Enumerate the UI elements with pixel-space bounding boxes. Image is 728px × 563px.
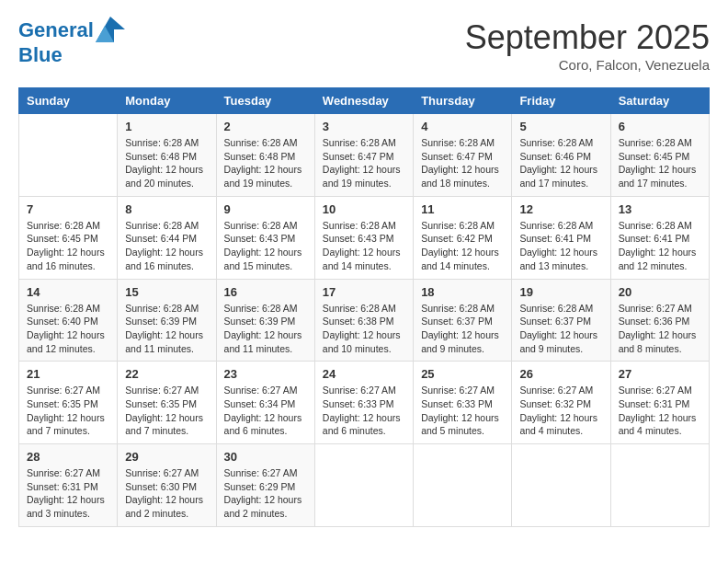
calendar-cell: 27Sunrise: 6:27 AM Sunset: 6:31 PM Dayli… — [610, 362, 709, 444]
calendar-cell: 19Sunrise: 6:28 AM Sunset: 6:37 PM Dayli… — [512, 279, 610, 362]
calendar-cell — [610, 444, 709, 527]
cell-info: Sunrise: 6:27 AM Sunset: 6:29 PM Dayligh… — [224, 466, 307, 521]
cell-info: Sunrise: 6:28 AM Sunset: 6:48 PM Dayligh… — [125, 136, 208, 190]
day-number: 3 — [323, 120, 405, 133]
day-number: 23 — [224, 367, 307, 381]
calendar-cell: 8Sunrise: 6:28 AM Sunset: 6:44 PM Daylig… — [118, 196, 216, 279]
calendar-cell: 14Sunrise: 6:28 AM Sunset: 6:40 PM Dayli… — [19, 279, 118, 362]
page-header: General Blue September 2025 Coro, Falcon… — [18, 18, 710, 73]
day-number: 19 — [519, 285, 602, 299]
calendar-cell: 6Sunrise: 6:28 AM Sunset: 6:45 PM Daylig… — [610, 114, 709, 197]
day-number: 16 — [224, 285, 307, 299]
day-number: 2 — [224, 120, 307, 133]
column-header-sunday: Sunday — [19, 88, 118, 114]
calendar-cell: 23Sunrise: 6:27 AM Sunset: 6:34 PM Dayli… — [216, 362, 314, 444]
cell-info: Sunrise: 6:27 AM Sunset: 6:33 PM Dayligh… — [421, 384, 504, 438]
day-number: 14 — [27, 285, 109, 299]
calendar-cell: 9Sunrise: 6:28 AM Sunset: 6:43 PM Daylig… — [216, 196, 314, 279]
week-row-4: 21Sunrise: 6:27 AM Sunset: 6:35 PM Dayli… — [19, 362, 710, 444]
cell-info: Sunrise: 6:28 AM Sunset: 6:37 PM Dayligh… — [519, 302, 602, 356]
cell-info: Sunrise: 6:28 AM Sunset: 6:47 PM Dayligh… — [323, 136, 405, 190]
column-header-saturday: Saturday — [610, 88, 709, 114]
cell-info: Sunrise: 6:28 AM Sunset: 6:45 PM Dayligh… — [27, 219, 109, 273]
logo: General Blue — [18, 18, 125, 66]
cell-info: Sunrise: 6:27 AM Sunset: 6:30 PM Dayligh… — [125, 466, 208, 521]
day-number: 15 — [125, 285, 208, 299]
column-header-friday: Friday — [512, 88, 610, 114]
day-number: 17 — [323, 285, 405, 299]
cell-info: Sunrise: 6:28 AM Sunset: 6:44 PM Dayligh… — [125, 219, 208, 273]
calendar-cell: 7Sunrise: 6:28 AM Sunset: 6:45 PM Daylig… — [19, 196, 118, 279]
calendar-cell: 30Sunrise: 6:27 AM Sunset: 6:29 PM Dayli… — [216, 444, 314, 527]
calendar-cell: 16Sunrise: 6:28 AM Sunset: 6:39 PM Dayli… — [216, 279, 314, 362]
calendar-cell: 24Sunrise: 6:27 AM Sunset: 6:33 PM Dayli… — [314, 362, 413, 444]
calendar-cell: 5Sunrise: 6:28 AM Sunset: 6:46 PM Daylig… — [512, 114, 610, 197]
column-header-wednesday: Wednesday — [314, 88, 413, 114]
calendar-cell: 20Sunrise: 6:27 AM Sunset: 6:36 PM Dayli… — [610, 279, 709, 362]
cell-info: Sunrise: 6:27 AM Sunset: 6:34 PM Dayligh… — [224, 384, 307, 438]
week-row-1: 1Sunrise: 6:28 AM Sunset: 6:48 PM Daylig… — [19, 114, 710, 197]
month-title: September 2025 — [465, 18, 710, 57]
day-number: 22 — [125, 367, 208, 381]
column-header-tuesday: Tuesday — [216, 88, 314, 114]
column-header-thursday: Thursday — [414, 88, 512, 114]
cell-info: Sunrise: 6:28 AM Sunset: 6:47 PM Dayligh… — [421, 136, 504, 190]
week-row-2: 7Sunrise: 6:28 AM Sunset: 6:45 PM Daylig… — [19, 196, 710, 279]
cell-info: Sunrise: 6:28 AM Sunset: 6:42 PM Dayligh… — [421, 219, 504, 273]
cell-info: Sunrise: 6:28 AM Sunset: 6:40 PM Dayligh… — [27, 302, 109, 356]
calendar-cell: 29Sunrise: 6:27 AM Sunset: 6:30 PM Dayli… — [118, 444, 216, 527]
cell-info: Sunrise: 6:28 AM Sunset: 6:41 PM Dayligh… — [519, 219, 602, 273]
cell-info: Sunrise: 6:28 AM Sunset: 6:41 PM Dayligh… — [619, 219, 701, 273]
calendar-cell: 22Sunrise: 6:27 AM Sunset: 6:35 PM Dayli… — [118, 362, 216, 444]
day-number: 13 — [619, 202, 701, 216]
day-number: 8 — [125, 202, 208, 216]
cell-info: Sunrise: 6:28 AM Sunset: 6:38 PM Dayligh… — [323, 302, 405, 356]
day-number: 11 — [421, 202, 504, 216]
day-number: 18 — [421, 285, 504, 299]
calendar-cell: 15Sunrise: 6:28 AM Sunset: 6:39 PM Dayli… — [118, 279, 216, 362]
cell-info: Sunrise: 6:27 AM Sunset: 6:33 PM Dayligh… — [323, 384, 405, 438]
day-number: 27 — [619, 367, 701, 381]
day-number: 7 — [27, 202, 109, 216]
calendar-cell: 3Sunrise: 6:28 AM Sunset: 6:47 PM Daylig… — [314, 114, 413, 197]
day-number: 29 — [125, 450, 208, 464]
calendar-header-row: SundayMondayTuesdayWednesdayThursdayFrid… — [19, 88, 710, 114]
day-number: 26 — [519, 367, 602, 381]
day-number: 5 — [519, 120, 602, 133]
day-number: 20 — [619, 285, 701, 299]
cell-info: Sunrise: 6:28 AM Sunset: 6:43 PM Dayligh… — [224, 219, 307, 273]
calendar-cell: 13Sunrise: 6:28 AM Sunset: 6:41 PM Dayli… — [610, 196, 709, 279]
calendar-cell — [414, 444, 512, 527]
day-number: 9 — [224, 202, 307, 216]
week-row-3: 14Sunrise: 6:28 AM Sunset: 6:40 PM Dayli… — [19, 279, 710, 362]
calendar-cell: 12Sunrise: 6:28 AM Sunset: 6:41 PM Dayli… — [512, 196, 610, 279]
calendar-cell: 1Sunrise: 6:28 AM Sunset: 6:48 PM Daylig… — [118, 114, 216, 197]
column-header-monday: Monday — [118, 88, 216, 114]
day-number: 12 — [519, 202, 602, 216]
cell-info: Sunrise: 6:27 AM Sunset: 6:31 PM Dayligh… — [619, 384, 701, 438]
calendar-cell — [314, 444, 413, 527]
calendar-cell: 26Sunrise: 6:27 AM Sunset: 6:32 PM Dayli… — [512, 362, 610, 444]
calendar-cell: 18Sunrise: 6:28 AM Sunset: 6:37 PM Dayli… — [414, 279, 512, 362]
calendar-table: SundayMondayTuesdayWednesdayThursdayFrid… — [18, 87, 710, 527]
location-subtitle: Coro, Falcon, Venezuela — [465, 57, 710, 73]
calendar-cell: 4Sunrise: 6:28 AM Sunset: 6:47 PM Daylig… — [414, 114, 512, 197]
calendar-cell: 10Sunrise: 6:28 AM Sunset: 6:43 PM Dayli… — [314, 196, 413, 279]
cell-info: Sunrise: 6:28 AM Sunset: 6:45 PM Dayligh… — [619, 136, 701, 190]
cell-info: Sunrise: 6:27 AM Sunset: 6:32 PM Dayligh… — [519, 384, 602, 438]
calendar-cell: 11Sunrise: 6:28 AM Sunset: 6:42 PM Dayli… — [414, 196, 512, 279]
cell-info: Sunrise: 6:27 AM Sunset: 6:35 PM Dayligh… — [27, 384, 109, 438]
calendar-cell: 21Sunrise: 6:27 AM Sunset: 6:35 PM Dayli… — [19, 362, 118, 444]
logo-text: General — [18, 18, 125, 44]
cell-info: Sunrise: 6:28 AM Sunset: 6:46 PM Dayligh… — [519, 136, 602, 190]
cell-info: Sunrise: 6:28 AM Sunset: 6:37 PM Dayligh… — [421, 302, 504, 356]
calendar-cell: 25Sunrise: 6:27 AM Sunset: 6:33 PM Dayli… — [414, 362, 512, 444]
day-number: 30 — [224, 450, 307, 464]
week-row-5: 28Sunrise: 6:27 AM Sunset: 6:31 PM Dayli… — [19, 444, 710, 527]
day-number: 24 — [323, 367, 405, 381]
day-number: 6 — [619, 120, 701, 133]
day-number: 1 — [125, 120, 208, 133]
cell-info: Sunrise: 6:28 AM Sunset: 6:43 PM Dayligh… — [323, 219, 405, 273]
calendar-cell — [19, 114, 118, 197]
title-block: September 2025 Coro, Falcon, Venezuela — [465, 18, 710, 73]
